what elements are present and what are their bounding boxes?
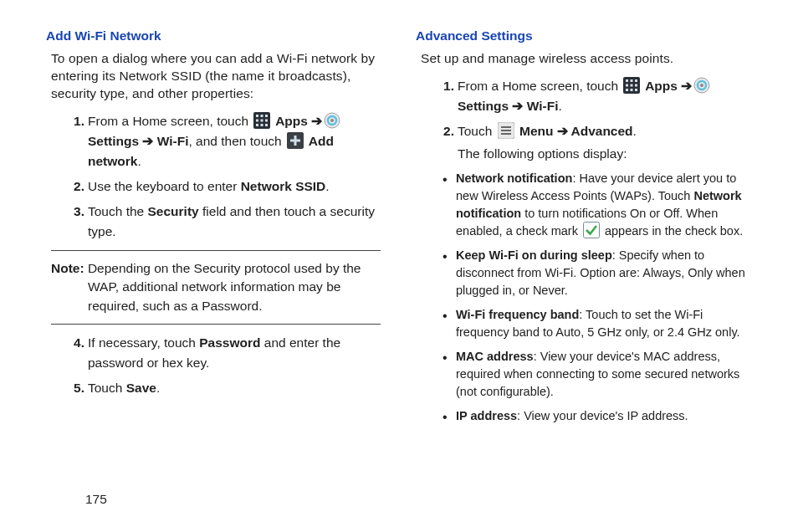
svg-point-28 (700, 84, 703, 87)
svg-rect-25 (635, 89, 637, 91)
svg-rect-8 (261, 124, 263, 126)
divider (51, 324, 381, 325)
options-bullet-list: Network notification: Have your device a… (416, 170, 750, 425)
text: . (559, 99, 562, 113)
opt-label: MAC address (456, 350, 534, 363)
step-2: Use the keyboard to enter Network SSID. (71, 176, 381, 197)
wifi-label: Wi-Fi (523, 99, 558, 113)
bullet-ip-address: IP address: View your device's IP addres… (442, 407, 750, 425)
advanced-label: Advanced (568, 124, 633, 138)
manual-page: Add Wi-Fi Network To open a dialog where… (0, 0, 798, 532)
text: . (156, 381, 160, 395)
svg-point-12 (330, 119, 334, 122)
svg-rect-5 (261, 119, 263, 121)
opt-label: Network notification (456, 171, 572, 185)
opt-label: IP address (456, 409, 517, 422)
left-column: Add Wi-Fi Network To open a dialog where… (46, 28, 381, 432)
note-body: Depending on the Security protocol used … (84, 261, 361, 313)
arrow-icon: ➔ (557, 124, 568, 138)
bullet-freq-band: Wi-Fi frequency band: Touch to set the W… (442, 306, 750, 341)
svg-rect-4 (256, 119, 258, 121)
arrow-icon: ➔ (142, 134, 153, 148)
settings-gear-icon (693, 77, 710, 94)
step-1: From a Home screen, touch Apps ➔ Setting… (71, 111, 381, 171)
text: . (137, 154, 141, 168)
text: From a Home screen, touch (88, 114, 252, 128)
section-heading-advanced: Advanced Settings (416, 28, 750, 43)
svg-rect-3 (265, 115, 268, 117)
bullet-mac-address: MAC address: View your device's MAC addr… (442, 348, 750, 401)
arrow-icon: ➔ (681, 79, 692, 93)
checkmark-box-icon (583, 222, 600, 238)
bullet-keep-wifi-sleep: Keep Wi-Fi on during sleep: Specify when… (442, 247, 750, 299)
steps-list-1: From a Home screen, touch Apps ➔ Setting… (46, 111, 381, 242)
page-number: 175 (85, 492, 107, 507)
step-r2: Touch Menu ➔ Advanced. The following opt… (441, 121, 750, 163)
svg-rect-33 (583, 222, 599, 238)
svg-rect-18 (631, 79, 633, 82)
svg-rect-17 (626, 79, 628, 82)
text: appears in the check box. (601, 224, 743, 238)
svg-rect-1 (256, 115, 258, 117)
svg-rect-24 (631, 89, 633, 91)
opt-label: Keep Wi-Fi on during sleep (456, 248, 612, 262)
intro-paragraph: Set up and manage wireless access points… (421, 50, 750, 68)
svg-rect-22 (635, 84, 637, 86)
step-5: Touch Save. (71, 378, 381, 398)
menu-bars-icon (498, 122, 514, 139)
svg-rect-21 (631, 84, 633, 86)
svg-rect-9 (265, 124, 268, 126)
text: If necessary, touch (88, 335, 199, 350)
text: Touch (88, 381, 126, 395)
svg-rect-15 (290, 139, 300, 141)
apps-label: Apps (642, 79, 681, 93)
right-column: Advanced Settings Set up and manage wire… (416, 28, 750, 432)
svg-rect-31 (501, 130, 511, 131)
add-plus-icon (287, 132, 304, 149)
intro-paragraph: To open a dialog where you can add a Wi-… (51, 50, 381, 103)
two-column-layout: Add Wi-Fi Network To open a dialog where… (46, 28, 756, 432)
settings-label: Settings (458, 99, 512, 113)
section-heading-add-wifi: Add Wi-Fi Network (46, 28, 381, 43)
wifi-label: Wi-Fi (153, 134, 188, 148)
text: Use the keyboard to enter (88, 179, 241, 193)
svg-rect-7 (256, 124, 258, 126)
svg-rect-20 (626, 84, 628, 86)
security-label: Security (148, 204, 199, 218)
text: : View your device's IP address. (517, 409, 688, 422)
password-label: Password (199, 335, 260, 350)
step-3: Touch the Security field and then touch … (71, 202, 381, 242)
svg-rect-23 (626, 89, 628, 91)
svg-rect-30 (501, 126, 511, 128)
opt-label: Wi-Fi frequency band (456, 308, 579, 321)
menu-label: Menu (516, 124, 557, 138)
arrow-icon: ➔ (512, 99, 523, 113)
note-label: Note: (51, 261, 84, 275)
svg-rect-32 (501, 133, 511, 135)
text: , and then touch (189, 134, 285, 148)
svg-rect-6 (265, 119, 268, 121)
bullet-network-notification: Network notification: Have your device a… (442, 170, 750, 240)
network-ssid-label: Network SSID (241, 179, 326, 193)
note-paragraph: Note: Depending on the Security protocol… (51, 259, 381, 315)
text: . (633, 124, 637, 138)
text: . (325, 179, 329, 193)
apps-grid-icon (623, 77, 640, 94)
follow-text: The following options display: (458, 145, 750, 163)
text: Touch (458, 124, 496, 138)
steps-list-2: If necessary, touch Password and enter t… (46, 333, 381, 398)
svg-rect-2 (261, 115, 263, 117)
arrow-icon: ➔ (311, 114, 322, 128)
apps-label: Apps (272, 114, 311, 128)
save-label: Save (126, 381, 156, 395)
divider (51, 250, 381, 251)
step-4: If necessary, touch Password and enter t… (71, 333, 381, 373)
steps-list-right: From a Home screen, touch Apps ➔ Setting… (416, 76, 750, 163)
text: From a Home screen, touch (458, 79, 622, 93)
step-r1: From a Home screen, touch Apps ➔ Setting… (441, 76, 750, 116)
svg-rect-19 (635, 79, 637, 82)
settings-gear-icon (324, 112, 340, 129)
apps-grid-icon (253, 112, 270, 129)
settings-label: Settings (88, 134, 142, 148)
text: Touch the (88, 204, 148, 218)
